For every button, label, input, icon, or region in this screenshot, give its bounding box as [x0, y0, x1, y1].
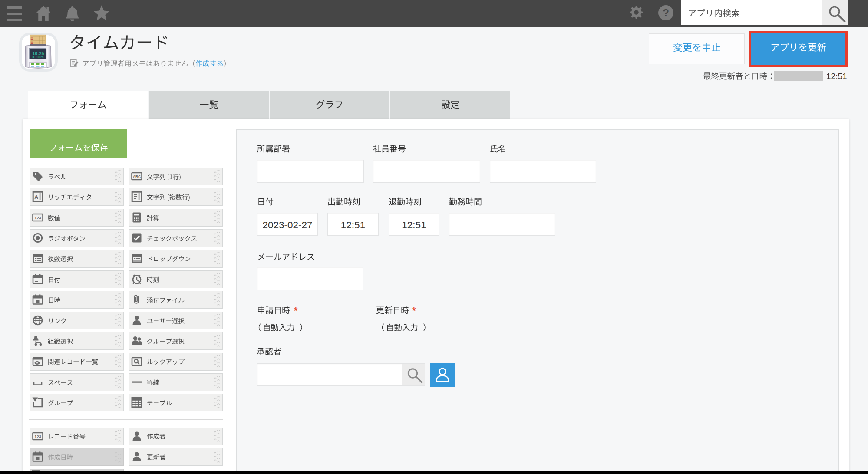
svg-text:A: A [34, 194, 39, 201]
svg-text:ABC: ABC [133, 174, 141, 179]
svg-text:10:25: 10:25 [36, 56, 44, 59]
svg-text:123: 123 [34, 434, 41, 439]
svg-text:10:25: 10:25 [33, 51, 44, 56]
svg-text:123: 123 [34, 215, 41, 220]
